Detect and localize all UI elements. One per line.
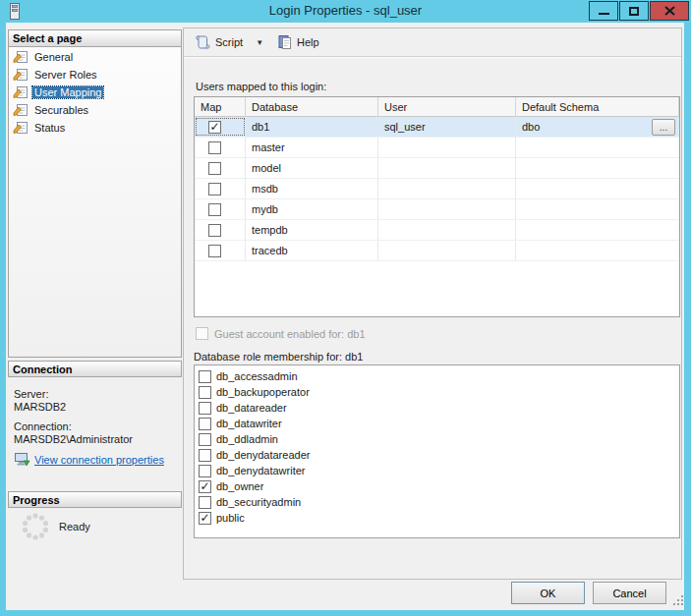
role-label: public [216,512,245,524]
map-checkbox[interactable] [208,203,221,216]
table-row[interactable]: mydb [195,199,679,220]
database-role-list[interactable]: db_accessadmin db_backupoperator db_data… [194,364,680,538]
role-checkbox[interactable] [199,449,211,462]
table-header-row: Map Database User Default Schema [195,97,679,117]
role-item[interactable]: db_accessadmin [199,368,679,384]
database-cell: msdb [246,179,378,198]
role-item[interactable]: db_denydatawriter [199,463,679,478]
role-label: db_accessadmin [216,370,298,382]
role-checkbox[interactable] [199,402,211,415]
role-checkbox[interactable] [199,496,211,509]
database-cell: tracedb [246,241,378,260]
role-item[interactable]: db_denydatareader [199,447,679,463]
page-icon [13,85,29,99]
select-a-page-header: Select a page [9,30,181,47]
role-label: db_denydatareader [216,449,310,461]
role-label: db_backupoperator [216,386,310,398]
column-header-database[interactable]: Database [246,97,378,117]
role-label: db_denydatawriter [216,465,306,476]
user-cell [378,220,516,240]
table-row[interactable]: ✓ db1 sql_user dbo ... [195,117,679,138]
connection-value: MARSDB2\Administrator [14,433,133,445]
checkbox-tick: ✓ [209,122,219,132]
ok-button[interactable]: OK [511,582,585,604]
table-row[interactable]: model [195,158,679,179]
user-cell: sql_user [378,117,516,137]
script-dropdown-arrow[interactable]: ▼ [252,35,267,50]
map-checkbox[interactable]: ✓ [208,121,221,134]
users-mapped-table: Map Database User Default Schema ✓ db1 s… [194,96,680,317]
connection-properties-icon [14,452,30,468]
role-checkbox[interactable] [199,418,211,430]
role-label: db_owner [216,480,263,492]
sidebar-item-status[interactable]: Status [9,120,181,136]
table-row[interactable]: tempdb [195,220,679,241]
progress-section-header: Progress [8,491,182,508]
role-item[interactable]: ✓ public [199,510,679,526]
maximize-button[interactable] [619,1,649,21]
schema-cell [516,158,679,178]
map-checkbox[interactable] [208,141,221,154]
role-label: db_datareader [216,402,287,414]
role-item[interactable]: ✓ db_owner [199,478,679,494]
window-title: Login Properties - sql_user [0,3,691,18]
sidebar-item-securables[interactable]: Securables [9,102,181,118]
minimize-button[interactable] [589,1,618,21]
connection-section-header: Connection [8,361,182,377]
connection-label: Connection: [14,420,72,432]
role-label: db_ddladmin [216,433,278,445]
table-row[interactable]: master [195,138,679,158]
role-checkbox[interactable] [199,386,211,399]
sidebar-item-label: User Mapping [32,86,103,98]
table-row[interactable]: msdb [195,179,679,199]
sidebar-item-general[interactable]: General [9,49,181,65]
user-cell [378,199,516,219]
browse-schema-button[interactable]: ... [652,119,675,136]
schema-value: dbo [522,121,540,133]
role-item[interactable]: db_ddladmin [199,431,679,447]
titlebar: Login Properties - sql_user [0,0,691,23]
sidebar-item-label: Server Roles [32,69,99,81]
role-item[interactable]: db_datawriter [199,416,679,431]
server-label: Server: [14,388,48,400]
view-connection-properties-link[interactable]: View connection properties [34,454,164,466]
role-item[interactable]: db_datareader [199,400,679,416]
map-checkbox[interactable] [208,245,221,257]
column-header-user[interactable]: User [378,97,516,117]
database-cell: mydb [246,199,378,219]
map-checkbox[interactable] [208,183,221,196]
sidebar-item-user-mapping[interactable]: User Mapping [9,84,181,100]
sidebar-item-server-roles[interactable]: Server Roles [9,67,181,83]
schema-cell: dbo ... [516,117,679,137]
cancel-button[interactable]: Cancel [593,582,666,604]
map-checkbox[interactable] [208,224,221,237]
login-properties-window: Login Properties - sql_user Select a pag… [0,0,691,616]
script-button-label: Script [215,36,243,48]
close-button[interactable] [650,1,689,21]
server-value: MARSDB2 [14,401,66,413]
database-cell: tempdb [246,220,378,240]
role-checkbox[interactable]: ✓ [199,512,211,525]
role-checkbox[interactable]: ✓ [199,480,211,493]
map-checkbox[interactable] [208,162,221,175]
help-button[interactable]: Help [273,31,323,53]
role-label: db_securityadmin [216,496,301,508]
role-item[interactable]: db_securityadmin [199,494,679,510]
page-icon [13,103,29,117]
column-header-map[interactable]: Map [195,97,246,117]
table-row[interactable]: tracedb [195,241,679,261]
progress-spinner-icon [20,511,51,542]
database-cell: master [246,138,378,157]
sidebar-item-label: General [32,51,75,63]
column-header-default-schema[interactable]: Default Schema [516,97,679,117]
script-button[interactable]: Script [190,31,247,53]
role-item[interactable]: db_backupoperator [199,384,679,400]
role-checkbox[interactable] [199,433,211,446]
role-checkbox[interactable] [199,465,211,477]
checkbox-tick: ✓ [200,513,209,523]
help-button-label: Help [297,36,319,48]
sidebar-item-label: Status [32,122,67,134]
resize-grip[interactable] [672,594,684,606]
role-checkbox[interactable] [199,370,211,383]
database-cell: db1 [246,117,378,137]
